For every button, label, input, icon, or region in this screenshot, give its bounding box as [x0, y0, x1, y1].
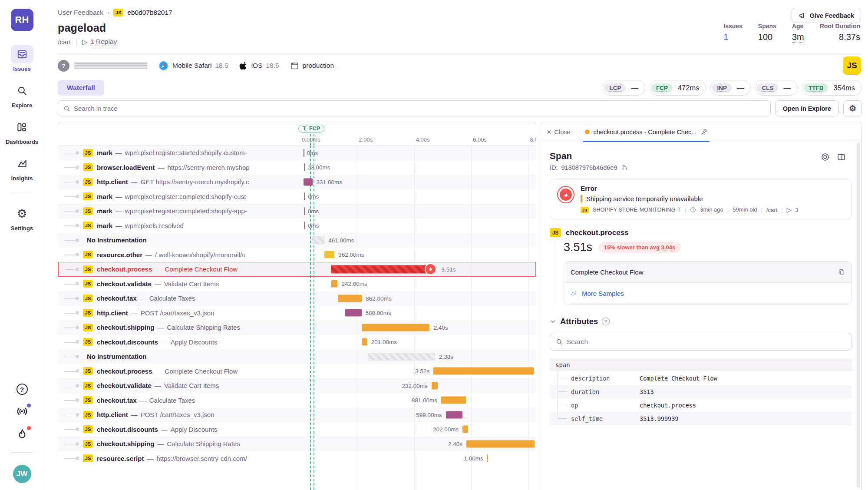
- help-icon[interactable]: ?: [602, 318, 610, 325]
- trace-row[interactable]: No Instrumentation2.38s: [58, 349, 536, 364]
- span-marker[interactable]: [304, 192, 306, 200]
- give-feedback-button[interactable]: Give Feedback: [792, 8, 861, 23]
- attributes-search-box[interactable]: [550, 333, 852, 351]
- trace-row[interactable]: JSresource.script—https://browser.sentry…: [58, 451, 536, 466]
- trace-stat: Spans100: [758, 23, 776, 43]
- span-bar[interactable]: [368, 353, 435, 360]
- trace-settings-button[interactable]: ⚙: [843, 100, 862, 116]
- span-bar[interactable]: [441, 397, 466, 404]
- trace-row[interactable]: JScheckout.discounts—Apply Discounts201.…: [58, 335, 536, 350]
- span-description-row[interactable]: Complete Checkout Flow: [564, 262, 851, 283]
- span-marker[interactable]: [304, 163, 306, 171]
- span-bar[interactable]: [362, 338, 367, 346]
- trace-row[interactable]: JSmark—wpm:pixel:register:completed:shop…: [58, 189, 536, 204]
- trace-row[interactable]: JScheckout.tax—Calculate Taxes881.00ms: [58, 393, 536, 408]
- vital-cls[interactable]: CLS—: [755, 80, 798, 96]
- error-old[interactable]: 59min old: [733, 206, 757, 213]
- attribute-row[interactable]: duration3513: [550, 385, 852, 398]
- span-bar[interactable]: [304, 178, 313, 185]
- org-avatar[interactable]: RH: [11, 9, 33, 31]
- span-bar[interactable]: [466, 440, 535, 447]
- vital-lcp[interactable]: LCP—: [603, 80, 645, 96]
- help-button[interactable]: ?: [17, 384, 28, 395]
- page-header: User Feedback › JS eb0d07b82017 Give Fee…: [44, 0, 868, 53]
- onboarding-button[interactable]: [16, 428, 28, 440]
- span-bar[interactable]: [462, 426, 468, 433]
- span-bar[interactable]: [446, 411, 462, 418]
- breadcrumb-parent[interactable]: User Feedback: [58, 9, 103, 17]
- stat-value[interactable]: 1: [723, 32, 728, 42]
- divider: |: [761, 207, 762, 213]
- layout-panel-icon[interactable]: [837, 152, 846, 162]
- stat-value[interactable]: 3m: [792, 32, 804, 43]
- trace-search-box[interactable]: [58, 100, 771, 116]
- focus-span-icon[interactable]: [821, 152, 830, 162]
- span-bar[interactable]: [338, 295, 362, 302]
- span-bar[interactable]: [362, 324, 430, 331]
- trace-row[interactable]: JScheckout.process—Complete Checkout Flo…: [58, 364, 536, 379]
- trace-row[interactable]: JScheckout.tax—Calculate Taxes862.00ms: [58, 291, 536, 306]
- trace-row[interactable]: JSbrowser.loadEvent—https://sentry-merch…: [58, 160, 536, 175]
- sidebar-item-explore[interactable]: Explore: [11, 82, 33, 109]
- span-bar[interactable]: [331, 280, 338, 288]
- span-marker[interactable]: [304, 149, 305, 157]
- trace-row[interactable]: JShttp.client—GET https://sentry-merch.m…: [58, 175, 536, 189]
- vitals-marker-pill[interactable]: FCP: [305, 125, 324, 132]
- trace-row[interactable]: JScheckout.shipping—Calculate Shipping R…: [58, 437, 536, 451]
- span-bar[interactable]: [432, 382, 438, 389]
- trace-row[interactable]: JScheckout.shipping—Calculate Shipping R…: [58, 320, 536, 335]
- pin-icon[interactable]: [700, 128, 708, 136]
- attribute-row[interactable]: descriptionComplete Checkout Flow: [550, 371, 852, 385]
- attribute-row[interactable]: self_time3513.999939: [550, 412, 852, 425]
- span-marker[interactable]: [487, 454, 488, 462]
- trace-row[interactable]: JSresource.other—/.well-known/shopify/mo…: [58, 248, 536, 262]
- drawer-close-button[interactable]: × Close: [547, 122, 571, 142]
- error-issue-code[interactable]: SHOPIFY-STORE-MONITORING-T: [593, 207, 681, 213]
- trace-row[interactable]: JScheckout.discounts—Apply Discounts202.…: [58, 422, 536, 437]
- vital-fcp[interactable]: FCP472ms: [650, 80, 706, 96]
- trace-row[interactable]: JScheckout.validate—Validate Cart Items2…: [58, 277, 536, 291]
- span-marker[interactable]: [304, 222, 306, 229]
- trace-row[interactable]: JScheckout.process—Complete Checkout Flo…: [58, 262, 536, 277]
- span-row-name: JScheckout.process—Complete Checkout Flo…: [58, 262, 297, 277]
- span-duration-label: 580.00ms: [366, 310, 391, 316]
- span-bar[interactable]: [345, 309, 361, 317]
- span-bar[interactable]: [433, 368, 533, 375]
- more-samples-row[interactable]: More Samples: [564, 283, 851, 304]
- trace-row[interactable]: JSmark—wpm:pixel:register:completed:shop…: [58, 204, 536, 219]
- copy-icon[interactable]: [838, 268, 845, 275]
- search-in-trace-input[interactable]: [74, 105, 765, 112]
- copy-icon[interactable]: [621, 165, 627, 171]
- trace-row[interactable]: JShttp.client—POST /cart/taxes_v3.json59…: [58, 407, 536, 422]
- drawer-scrollbar[interactable]: [857, 143, 860, 487]
- open-in-explore-button[interactable]: Open in Explore: [775, 100, 839, 116]
- attribute-row[interactable]: opcheckout.process: [550, 398, 852, 412]
- error-card[interactable]: Error Shipping service temporarily unava…: [550, 179, 852, 219]
- span-bar[interactable]: [331, 265, 431, 273]
- error-age[interactable]: 3min ago: [700, 206, 723, 213]
- span-marker[interactable]: [304, 207, 306, 215]
- span-duration: 3.51s: [564, 241, 592, 254]
- avg-duration[interactable]: 3.04s: [661, 244, 676, 251]
- trace-row[interactable]: JSmark—wpm:pixels:resolved0ms: [58, 219, 536, 233]
- sidebar-item-dashboards[interactable]: Dashboards: [6, 118, 38, 145]
- span-bar[interactable]: [312, 236, 324, 244]
- sidebar-item-insights[interactable]: Insights: [11, 155, 33, 182]
- tree-branch-line: [558, 405, 568, 405]
- trace-row[interactable]: JShttp.client—POST /cart/taxes_v3.json58…: [58, 306, 536, 321]
- tab-waterfall[interactable]: Waterfall: [58, 80, 104, 96]
- drawer-tab-checkout-process[interactable]: checkout.process - Complete Chec...: [583, 122, 710, 142]
- whats-new-button[interactable]: [16, 405, 28, 417]
- user-avatar[interactable]: JW: [13, 465, 31, 483]
- span-bar[interactable]: [324, 251, 334, 258]
- trace-row[interactable]: JScheckout.validate—Validate Cart Items2…: [58, 378, 536, 393]
- sidebar-item-settings[interactable]: ⚙ Settings: [11, 205, 33, 232]
- attributes-search-input[interactable]: [567, 338, 846, 346]
- replay-link[interactable]: ▷ 1 Replay: [82, 38, 117, 46]
- vital-ttfb[interactable]: TTFB354ms: [802, 80, 862, 96]
- vital-inp[interactable]: INP—: [710, 80, 751, 96]
- sidebar-item-issues[interactable]: Issues: [11, 45, 33, 72]
- trace-row[interactable]: JSmark—wpm:pixel:register:started:shopif…: [58, 146, 536, 160]
- chevron-down-icon[interactable]: [550, 318, 556, 325]
- trace-row[interactable]: No Instrumentation461.00ms: [58, 233, 536, 248]
